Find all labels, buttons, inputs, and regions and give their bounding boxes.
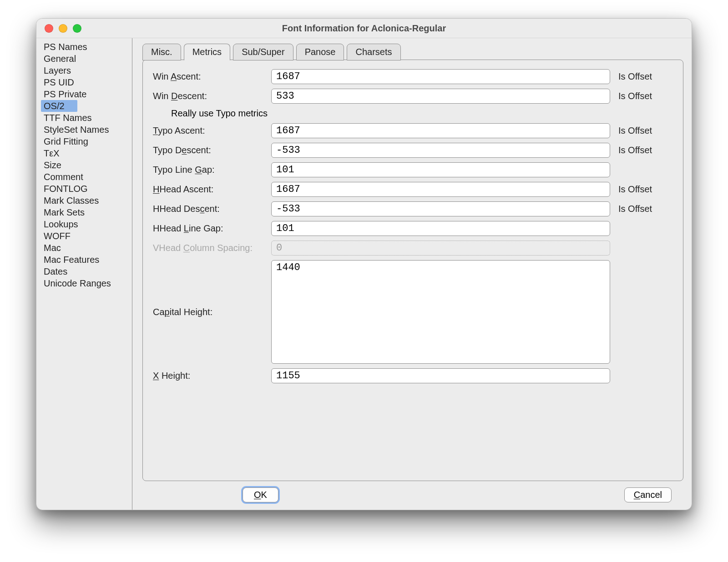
sidebar-item-ps-names[interactable]: PS Names (41, 41, 132, 53)
hhead-descent-label: HHead Descent: (153, 204, 271, 214)
sidebar-item-ps-private[interactable]: PS Private (41, 88, 132, 100)
x-height-label: X Height: (153, 371, 271, 381)
sidebar-item-os-2[interactable]: OS/2 (41, 100, 77, 112)
win-descent-label: Win Descent: (153, 91, 271, 101)
tab-bar: Misc.MetricsSub/SuperPanoseCharsets (142, 42, 683, 60)
vhead-colspacing-label: VHead Column Spacing: (153, 243, 271, 253)
sidebar-item-fontlog[interactable]: FONTLOG (41, 183, 132, 195)
cancel-button[interactable]: CancelCancel (624, 487, 672, 502)
tab-charsets[interactable]: Charsets (347, 44, 400, 60)
typo-linegap-label: Typo Line Gap: (153, 165, 271, 175)
capital-height-field[interactable] (271, 260, 610, 364)
hhead-descent-offset-label[interactable]: Is Offset (610, 204, 673, 214)
sidebar-item-mac[interactable]: Mac (41, 242, 132, 254)
hhead-ascent-label: HHead Ascent: (153, 184, 271, 195)
sidebar-item-mark-classes[interactable]: Mark Classes (41, 195, 132, 206)
sidebar-item-grid-fitting[interactable]: Grid Fitting (41, 135, 132, 147)
font-info-window: Font Information for Aclonica-Regular PS… (36, 18, 692, 510)
sidebar-item-dates[interactable]: Dates (41, 266, 132, 277)
typo-ascent-field[interactable] (271, 123, 610, 138)
tab-sub-super[interactable]: Sub/Super (233, 44, 293, 60)
sidebar-item-ps-uid[interactable]: PS UID (41, 76, 132, 88)
typo-linegap-field[interactable] (271, 162, 610, 177)
typo-ascent-label: Typo Ascent: (153, 125, 271, 136)
hhead-ascent-field[interactable] (271, 182, 610, 197)
titlebar: Font Information for Aclonica-Regular (36, 19, 692, 38)
win-ascent-offset-label[interactable]: Is Offset (610, 71, 673, 82)
hhead-ascent-offset-label[interactable]: Is Offset (610, 184, 673, 195)
sidebar-item-lookups[interactable]: Lookups (41, 218, 132, 230)
minimize-icon[interactable] (59, 24, 67, 33)
hhead-linegap-field[interactable] (271, 221, 610, 236)
sidebar-item-comment[interactable]: Comment (41, 171, 132, 183)
vhead-colspacing-field (271, 241, 610, 256)
sidebar-item-mac-features[interactable]: Mac Features (41, 254, 132, 266)
zoom-icon[interactable] (73, 24, 81, 33)
sidebar-item-mark-sets[interactable]: Mark Sets (41, 206, 132, 218)
really-use-typo-label[interactable]: Really use Typo metrics (153, 108, 673, 119)
sidebar-item-general[interactable]: General (41, 53, 132, 65)
capital-height-label: Capital Height: (153, 307, 271, 317)
hhead-linegap-label: HHead Line Gap: (153, 223, 271, 234)
tab-metrics[interactable]: Metrics (184, 44, 230, 60)
close-icon[interactable] (45, 24, 53, 33)
category-sidebar: PS NamesGeneralLayersPS UIDPS PrivateOS/… (36, 38, 132, 510)
win-ascent-field[interactable] (271, 69, 610, 84)
sidebar-item-layers[interactable]: Layers (41, 65, 132, 76)
sidebar-item-ttf-names[interactable]: TTF Names (41, 112, 132, 124)
metrics-panel: Win Ascent: Is Offset Win Descent: Is Of… (142, 60, 683, 481)
win-descent-offset-label[interactable]: Is Offset (610, 91, 673, 101)
sidebar-item-unicode-ranges[interactable]: Unicode Ranges (41, 277, 132, 289)
tab-misc-[interactable]: Misc. (142, 44, 181, 60)
window-title: Font Information for Aclonica-Regular (282, 23, 446, 34)
hhead-descent-field[interactable] (271, 201, 610, 216)
sidebar-item-styleset-names[interactable]: StyleSet Names (41, 124, 132, 135)
typo-descent-offset-label[interactable]: Is Offset (610, 145, 673, 156)
typo-ascent-offset-label[interactable]: Is Offset (610, 125, 673, 136)
tab-panose[interactable]: Panose (296, 44, 344, 60)
typo-descent-field[interactable] (271, 143, 610, 158)
ok-button[interactable]: OOKK (243, 487, 278, 502)
sidebar-item-t-x[interactable]: TεX (41, 147, 132, 159)
sidebar-item-woff[interactable]: WOFF (41, 230, 132, 242)
win-descent-field[interactable] (271, 89, 610, 104)
typo-descent-label: Typo Descent: (153, 145, 271, 156)
x-height-field[interactable] (271, 368, 610, 383)
win-ascent-label: Win Ascent: (153, 71, 271, 82)
sidebar-item-size[interactable]: Size (41, 159, 132, 171)
